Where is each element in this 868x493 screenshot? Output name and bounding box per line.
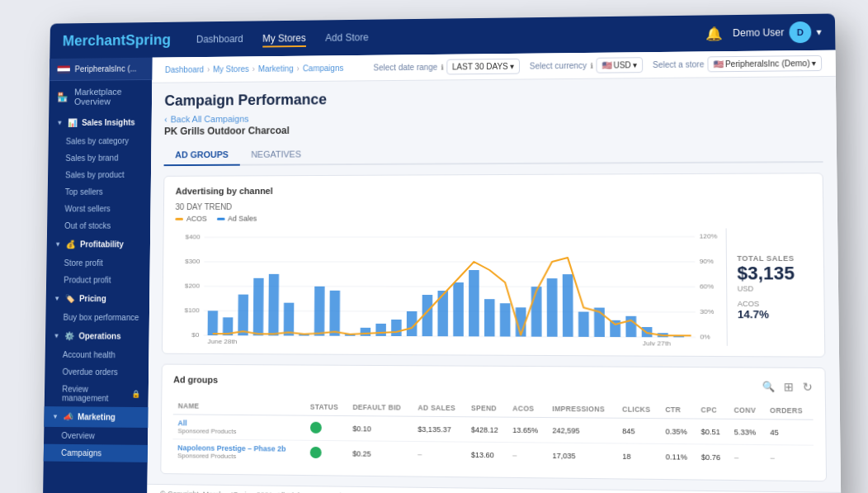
chart-section-title: Advertising by channel: [176, 183, 811, 196]
breadcrumb-my-stores[interactable]: My Stores: [213, 64, 249, 73]
sidebar-item-overdue-orders[interactable]: Overdue orders: [45, 363, 149, 382]
sidebar-item-buybox[interactable]: Buy box performance: [45, 309, 149, 326]
breadcrumb-marketing[interactable]: Marketing: [258, 64, 294, 73]
cell-default-bid: $0.10: [347, 416, 413, 442]
svg-rect-22: [314, 287, 325, 336]
chevron-down-icon: ▾: [812, 59, 816, 68]
nav-add-store[interactable]: Add Store: [325, 28, 369, 46]
sidebar-item-top-sellers[interactable]: Top sellers: [48, 183, 151, 201]
currency-label: Select currency: [530, 61, 587, 71]
info-icon: ℹ: [590, 61, 592, 69]
sidebar-section-profitability[interactable]: ▼ 💰 Profitability: [47, 235, 151, 255]
cell-impressions: 242,595: [547, 418, 617, 443]
notification-bell-icon[interactable]: 🔔: [705, 26, 723, 41]
sidebar-item-store-profit[interactable]: Store profit: [46, 254, 150, 272]
sidebar-section-marketing[interactable]: ▼ 📣 Marketing: [44, 406, 148, 428]
nav-my-stores[interactable]: My Stores: [262, 29, 306, 47]
cell-cpc: $0.51: [696, 419, 729, 444]
operations-icon: ⚙️: [64, 331, 74, 340]
sidebar-item-campaigns[interactable]: Campaigns: [44, 444, 148, 462]
tab-negatives[interactable]: NEGATIVES: [239, 145, 312, 166]
profitability-icon: 💰: [66, 240, 76, 249]
cell-conv: 5.33%: [729, 419, 765, 444]
nav-dashboard[interactable]: Dashboard: [196, 30, 243, 48]
product-type: Sponsored Products: [177, 427, 300, 435]
store-flag-icon: [58, 65, 70, 73]
marketing-icon: 📣: [64, 412, 73, 421]
sidebar-store[interactable]: PeripheralsInc (...: [50, 58, 153, 81]
sidebar-item-review-management[interactable]: Review management 🔒: [45, 380, 149, 407]
cell-orders: –: [765, 445, 814, 471]
status-active-icon[interactable]: [309, 446, 321, 457]
breadcrumb: Dashboard › My Stores › Marketing › Camp…: [165, 64, 344, 74]
store-label: Select a store: [653, 59, 704, 69]
caret-icon: ▼: [52, 413, 59, 420]
brand-logo: MerchantSpring: [63, 31, 171, 50]
date-range-control: Select date range ℹ LAST 30 DAYS ▾: [374, 59, 520, 76]
sidebar-item-sales-category[interactable]: Sales by category: [49, 132, 152, 149]
col-status: STATUS: [305, 399, 348, 416]
user-name: Demo User: [733, 26, 784, 39]
sidebar-item-worst-sellers[interactable]: Worst sellers: [47, 200, 150, 217]
col-cpc: CPC: [696, 401, 729, 419]
svg-line-10: [205, 237, 696, 238]
cell-cpc: $0.76: [696, 444, 729, 470]
grid-icon[interactable]: ⊞: [784, 380, 795, 394]
col-spend: SPEND: [466, 400, 507, 417]
currency-select[interactable]: 🇺🇸 USD ▾: [596, 57, 643, 73]
svg-rect-33: [484, 299, 495, 336]
cell-ctr: 0.11%: [660, 443, 696, 469]
cell-acos: 13.65%: [507, 417, 547, 443]
sidebar-item-product-profit[interactable]: Product profit: [46, 272, 150, 289]
sidebar-label-marketplace: Marketplace Overview: [74, 87, 144, 107]
svg-rect-39: [578, 312, 589, 337]
col-ad-sales: AD SALES: [413, 400, 465, 417]
table-row: Napoleons Prestige – Phase 2b Sponsored …: [172, 439, 814, 471]
nav-right-area: 🔔 Demo User D ▾: [705, 21, 821, 45]
user-menu[interactable]: Demo User D ▾: [733, 21, 822, 44]
sidebar: PeripheralsInc (... 🏪 Marketplace Overvi…: [43, 58, 153, 493]
col-ctr: CTR: [660, 401, 696, 419]
search-icon[interactable]: 🔍: [762, 381, 776, 392]
store-control: Select a store 🇺🇸 PeripheralsInc (Demo) …: [653, 55, 822, 73]
status-active-icon[interactable]: [310, 421, 322, 433]
refresh-icon[interactable]: ↻: [802, 380, 813, 394]
cell-status: [305, 415, 348, 441]
total-label: TOTAL SALES: [737, 254, 794, 262]
store-select[interactable]: 🇺🇸 PeripheralsInc (Demo) ▾: [707, 55, 822, 72]
sidebar-section-pricing[interactable]: ▼ 🏷️ Pricing: [46, 288, 150, 309]
page-content: Campaign Performance ‹ Back All Campaign…: [148, 77, 842, 492]
sidebar-item-out-of-stocks[interactable]: Out of stocks: [47, 217, 150, 235]
sidebar-item-marketplace[interactable]: 🏪 Marketplace Overview: [49, 80, 152, 113]
acos-label: ACOS: [738, 299, 759, 307]
cell-spend: $13.60: [466, 442, 507, 467]
sidebar-item-sales-product[interactable]: Sales by product: [48, 166, 151, 183]
sidebar-section-sales[interactable]: ▼ 📊 Sales Insights: [49, 112, 152, 133]
sidebar-section-operations[interactable]: ▼ ⚙️ Operations: [45, 325, 149, 346]
chart-total: TOTAL SALES $3,135 USD ACOS 14.7%: [726, 228, 813, 346]
svg-text:$0: $0: [191, 331, 200, 339]
breadcrumb-dashboard[interactable]: Dashboard: [165, 65, 204, 74]
col-orders: ORDERS: [765, 402, 814, 420]
sales-icon: 📊: [68, 118, 78, 127]
svg-rect-20: [284, 303, 295, 336]
product-type: Sponsored Products: [177, 452, 300, 461]
svg-rect-36: [531, 287, 542, 337]
cell-name: Napoleons Prestige – Phase 2b Sponsored …: [172, 439, 304, 465]
col-acos: ACOS: [507, 400, 547, 417]
cell-name: All Sponsored Products: [172, 415, 304, 440]
sidebar-item-overview[interactable]: Overview: [44, 427, 148, 445]
col-conv: CONV: [729, 401, 765, 419]
sidebar-item-sales-brand[interactable]: Sales by brand: [48, 149, 151, 167]
legend-acos: ACOS: [175, 215, 206, 223]
svg-text:$200: $200: [185, 282, 200, 290]
date-range-select[interactable]: LAST 30 DAYS ▾: [446, 59, 520, 75]
chart-inner: $400 $300 $200 $100 $0 120% 90% 60% 30%: [174, 228, 727, 345]
breadcrumb-campaigns[interactable]: Campaigns: [303, 64, 344, 73]
sidebar-label-operations: Operations: [78, 332, 120, 341]
store-name: PeripheralsInc (...: [74, 64, 136, 73]
col-clicks: CLICKS: [617, 401, 660, 418]
tab-ad-groups[interactable]: AD GROUPS: [164, 145, 240, 166]
sidebar-item-account-health[interactable]: Account health: [45, 346, 149, 363]
svg-rect-23: [329, 291, 340, 336]
